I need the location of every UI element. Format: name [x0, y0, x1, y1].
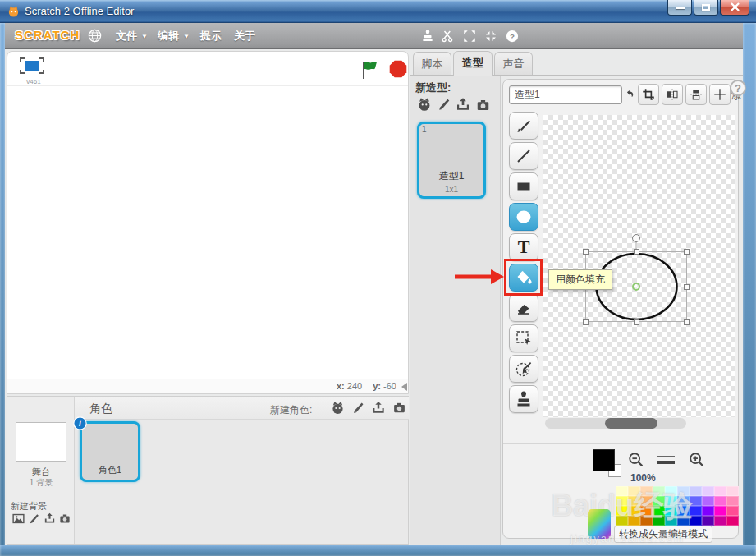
- undo-icon[interactable]: [625, 88, 636, 103]
- set-costume-center-button[interactable]: [709, 84, 731, 105]
- backdrop-from-library-icon[interactable]: [11, 512, 25, 529]
- upload-sprite-icon[interactable]: [370, 400, 387, 420]
- grow-sprite-icon[interactable]: [462, 29, 477, 47]
- palette-swatch[interactable]: [690, 506, 702, 516]
- close-button[interactable]: [720, 0, 749, 16]
- resize-handle-e[interactable]: [684, 284, 690, 290]
- center-handle[interactable]: [632, 283, 640, 291]
- tab-costumes[interactable]: 造型: [453, 51, 493, 76]
- zoom-out-icon[interactable]: [627, 451, 645, 472]
- palette-swatch[interactable]: [640, 516, 653, 526]
- costume-thumbnail[interactable]: 1 造型1 1x1: [417, 122, 486, 199]
- upload-costume-icon[interactable]: [454, 96, 472, 117]
- palette-swatch[interactable]: [640, 486, 653, 496]
- palette-swatch[interactable]: [677, 506, 690, 516]
- palette-swatch[interactable]: [653, 496, 665, 506]
- upload-backdrop-icon[interactable]: [43, 512, 57, 529]
- menu-about[interactable]: 关于: [231, 28, 258, 44]
- tool-ellipse[interactable]: [509, 203, 538, 231]
- palette-swatch[interactable]: [653, 486, 665, 496]
- palette-swatch[interactable]: [726, 486, 739, 496]
- palette-swatch[interactable]: [677, 486, 690, 496]
- stage-column[interactable]: 舞台 1 背景 新建背景: [7, 397, 75, 544]
- palette-swatch[interactable]: [616, 486, 628, 496]
- palette-swatch[interactable]: [726, 506, 739, 516]
- tab-scripts[interactable]: 脚本: [413, 52, 451, 76]
- camera-backdrop-icon[interactable]: [58, 512, 71, 528]
- tool-select[interactable]: [509, 324, 538, 352]
- palette-swatch[interactable]: [628, 506, 640, 516]
- costume-from-library-icon[interactable]: [415, 95, 433, 117]
- duplicate-stamp-icon[interactable]: [420, 29, 435, 47]
- sprite-from-library-icon[interactable]: [329, 399, 346, 420]
- tool-magic-wand[interactable]: [509, 355, 538, 383]
- sprite-thumbnail[interactable]: 角色1: [80, 421, 140, 482]
- palette-swatch[interactable]: [665, 506, 677, 516]
- palette-swatch[interactable]: [640, 496, 653, 506]
- tool-eraser[interactable]: [509, 294, 538, 322]
- convert-to-vector-button[interactable]: 转换成矢量编辑模式: [614, 526, 712, 543]
- palette-swatch[interactable]: [702, 496, 714, 506]
- palette-swatch[interactable]: [726, 516, 739, 526]
- palette-swatch[interactable]: [690, 516, 702, 526]
- palette-swatch[interactable]: [690, 496, 702, 506]
- stage-area[interactable]: v461 x: 240 y: -60: [7, 51, 409, 394]
- palette-swatch[interactable]: [616, 516, 628, 526]
- stop-sign-icon[interactable]: [387, 58, 409, 83]
- resize-handle-s[interactable]: [634, 319, 639, 325]
- palette-swatch[interactable]: [677, 496, 690, 506]
- menu-tips[interactable]: 提示: [198, 28, 224, 44]
- brush-size-icon[interactable]: [655, 453, 676, 470]
- palette-swatch[interactable]: [665, 516, 677, 526]
- current-color-swatch[interactable]: [593, 449, 615, 471]
- palette-swatch[interactable]: [702, 516, 714, 526]
- palette-swatch[interactable]: [628, 486, 640, 496]
- palette-swatch[interactable]: [690, 486, 702, 496]
- crop-button[interactable]: [638, 84, 659, 105]
- flip-horizontal-button[interactable]: [662, 84, 683, 105]
- minimize-button[interactable]: [667, 0, 692, 16]
- palette-swatch[interactable]: [653, 516, 665, 526]
- palette-swatch[interactable]: [714, 496, 726, 506]
- costume-name-input[interactable]: [509, 85, 622, 104]
- small-stage-toggle-icon[interactable]: [401, 383, 407, 391]
- green-flag-icon[interactable]: [360, 59, 381, 84]
- resize-handle-sw[interactable]: [583, 319, 589, 325]
- palette-swatch[interactable]: [677, 516, 690, 526]
- palette-swatch[interactable]: [726, 496, 739, 506]
- scrollbar-thumb[interactable]: [605, 418, 657, 429]
- palette-swatch[interactable]: [628, 496, 640, 506]
- palette-swatch[interactable]: [616, 506, 628, 516]
- paint-sprite-icon[interactable]: [352, 400, 366, 419]
- paint-backdrop-icon[interactable]: [29, 512, 41, 529]
- palette-swatch[interactable]: [616, 496, 628, 506]
- resize-handle-n[interactable]: [634, 249, 639, 255]
- flip-vertical-button[interactable]: [685, 84, 707, 105]
- tool-stamp[interactable]: [509, 385, 538, 413]
- paint-help-icon[interactable]: [730, 80, 746, 96]
- menu-edit[interactable]: 编辑: [155, 28, 192, 44]
- palette-swatch[interactable]: [702, 506, 714, 516]
- stage-thumbnail[interactable]: [16, 422, 66, 462]
- sprite-info-icon[interactable]: i: [73, 416, 87, 434]
- paint-costume-icon[interactable]: [438, 96, 452, 116]
- tool-brush[interactable]: [509, 112, 538, 140]
- camera-costume-icon[interactable]: [474, 98, 492, 116]
- palette-swatch[interactable]: [714, 516, 726, 526]
- palette-swatch[interactable]: [665, 496, 677, 506]
- maximize-button[interactable]: [694, 0, 718, 16]
- block-help-icon[interactable]: ?: [505, 29, 520, 47]
- tool-rectangle[interactable]: [509, 172, 538, 200]
- palette-swatch[interactable]: [714, 486, 726, 496]
- rotation-handle[interactable]: [632, 234, 640, 242]
- delete-scissors-icon[interactable]: [441, 29, 456, 47]
- language-globe-icon[interactable]: [87, 28, 103, 47]
- tool-text[interactable]: T: [509, 233, 538, 261]
- title-bar[interactable]: Scratch 2 Offline Editor: [0, 0, 756, 23]
- palette-swatch[interactable]: [702, 486, 714, 496]
- palette-swatch[interactable]: [628, 516, 640, 526]
- resize-handle-ne[interactable]: [684, 249, 690, 255]
- palette-swatch[interactable]: [665, 486, 677, 496]
- tab-sounds[interactable]: 声音: [494, 52, 533, 76]
- presentation-mode-button[interactable]: v461: [19, 57, 48, 85]
